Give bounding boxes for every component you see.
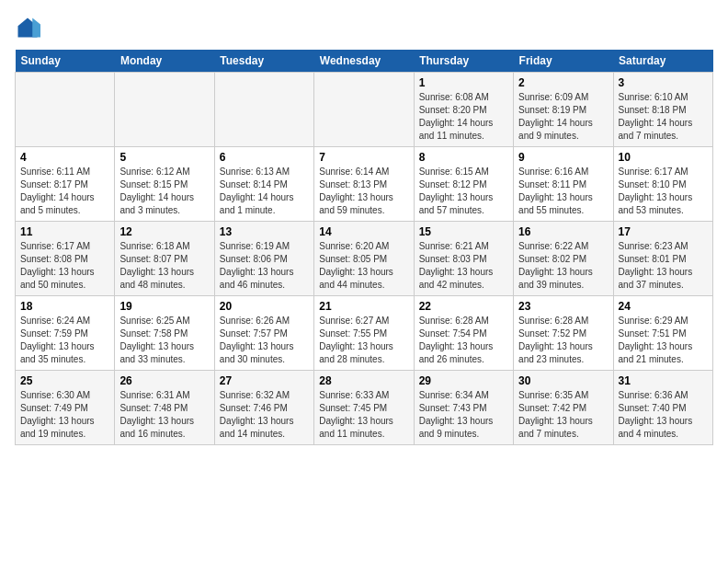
calendar-cell: 23Sunrise: 6:28 AM Sunset: 7:52 PM Dayli… [514, 296, 613, 371]
day-of-week-monday: Monday [115, 50, 214, 73]
day-number: 9 [518, 151, 608, 164]
day-info: Sunrise: 6:33 AM Sunset: 7:45 PM Dayligh… [319, 389, 408, 441]
day-info: Sunrise: 6:11 AM Sunset: 8:17 PM Dayligh… [20, 166, 109, 217]
calendar-cell: 8Sunrise: 6:15 AM Sunset: 8:12 PM Daylig… [414, 147, 513, 222]
day-number: 3 [619, 76, 708, 89]
calendar-cell: 31Sunrise: 6:36 AM Sunset: 7:40 PM Dayli… [613, 371, 712, 445]
calendar-table: SundayMondayTuesdayWednesdayThursdayFrid… [15, 50, 713, 445]
day-number: 12 [119, 225, 209, 238]
day-number: 2 [518, 76, 608, 89]
day-info: Sunrise: 6:30 AM Sunset: 7:49 PM Dayligh… [20, 389, 109, 441]
calendar-cell [314, 73, 414, 147]
day-of-week-thursday: Thursday [414, 50, 513, 73]
day-info: Sunrise: 6:29 AM Sunset: 7:51 PM Dayligh… [619, 315, 708, 366]
day-info: Sunrise: 6:17 AM Sunset: 8:10 PM Dayligh… [619, 166, 708, 217]
calendar-cell: 27Sunrise: 6:32 AM Sunset: 7:46 PM Dayli… [214, 371, 313, 445]
day-info: Sunrise: 6:08 AM Sunset: 8:20 PM Dayligh… [419, 91, 508, 143]
day-number: 28 [319, 374, 408, 387]
calendar-cell: 3Sunrise: 6:10 AM Sunset: 8:18 PM Daylig… [613, 73, 712, 147]
calendar-cell: 24Sunrise: 6:29 AM Sunset: 7:51 PM Dayli… [613, 296, 712, 371]
calendar-cell: 12Sunrise: 6:18 AM Sunset: 8:07 PM Dayli… [115, 222, 214, 296]
day-number: 25 [20, 374, 109, 387]
day-number: 1 [419, 76, 508, 89]
day-info: Sunrise: 6:34 AM Sunset: 7:43 PM Dayligh… [419, 389, 508, 441]
day-info: Sunrise: 6:31 AM Sunset: 7:48 PM Dayligh… [119, 389, 209, 441]
day-info: Sunrise: 6:14 AM Sunset: 8:13 PM Dayligh… [319, 166, 408, 217]
calendar-cell: 6Sunrise: 6:13 AM Sunset: 8:14 PM Daylig… [214, 147, 313, 222]
day-info: Sunrise: 6:24 AM Sunset: 7:59 PM Dayligh… [20, 315, 109, 366]
day-info: Sunrise: 6:15 AM Sunset: 8:12 PM Dayligh… [419, 166, 508, 217]
calendar-cell: 20Sunrise: 6:26 AM Sunset: 7:57 PM Dayli… [214, 296, 313, 371]
calendar-cell: 9Sunrise: 6:16 AM Sunset: 8:11 PM Daylig… [514, 147, 613, 222]
calendar-cell: 28Sunrise: 6:33 AM Sunset: 7:45 PM Dayli… [314, 371, 414, 445]
day-number: 22 [419, 300, 508, 313]
page-header [15, 15, 713, 40]
calendar-cell: 17Sunrise: 6:23 AM Sunset: 8:01 PM Dayli… [613, 222, 712, 296]
day-number: 29 [419, 374, 508, 387]
day-number: 16 [518, 225, 608, 238]
day-info: Sunrise: 6:21 AM Sunset: 8:03 PM Dayligh… [419, 240, 508, 292]
week-row-3: 11Sunrise: 6:17 AM Sunset: 8:08 PM Dayli… [16, 222, 713, 296]
day-info: Sunrise: 6:28 AM Sunset: 7:52 PM Dayligh… [518, 315, 608, 366]
calendar-body: 1Sunrise: 6:08 AM Sunset: 8:20 PM Daylig… [16, 73, 713, 445]
calendar-cell: 11Sunrise: 6:17 AM Sunset: 8:08 PM Dayli… [16, 222, 115, 296]
calendar-cell: 7Sunrise: 6:14 AM Sunset: 8:13 PM Daylig… [314, 147, 414, 222]
day-number: 21 [319, 300, 408, 313]
day-number: 15 [419, 225, 508, 238]
calendar-cell: 26Sunrise: 6:31 AM Sunset: 7:48 PM Dayli… [115, 371, 214, 445]
calendar-cell: 30Sunrise: 6:35 AM Sunset: 7:42 PM Dayli… [514, 371, 613, 445]
day-of-week-saturday: Saturday [613, 50, 712, 73]
day-info: Sunrise: 6:18 AM Sunset: 8:07 PM Dayligh… [119, 240, 209, 292]
day-number: 20 [220, 300, 309, 313]
logo [15, 15, 44, 40]
calendar-cell: 18Sunrise: 6:24 AM Sunset: 7:59 PM Dayli… [16, 296, 115, 371]
day-info: Sunrise: 6:23 AM Sunset: 8:01 PM Dayligh… [619, 240, 708, 292]
calendar-cell: 25Sunrise: 6:30 AM Sunset: 7:49 PM Dayli… [16, 371, 115, 445]
week-row-5: 25Sunrise: 6:30 AM Sunset: 7:49 PM Dayli… [16, 371, 713, 445]
day-info: Sunrise: 6:12 AM Sunset: 8:15 PM Dayligh… [119, 166, 209, 217]
day-number: 6 [220, 151, 309, 164]
day-info: Sunrise: 6:17 AM Sunset: 8:08 PM Dayligh… [20, 240, 109, 292]
day-info: Sunrise: 6:20 AM Sunset: 8:05 PM Dayligh… [319, 240, 408, 292]
calendar-cell: 14Sunrise: 6:20 AM Sunset: 8:05 PM Dayli… [314, 222, 414, 296]
week-row-4: 18Sunrise: 6:24 AM Sunset: 7:59 PM Dayli… [16, 296, 713, 371]
calendar-cell: 16Sunrise: 6:22 AM Sunset: 8:02 PM Dayli… [514, 222, 613, 296]
day-of-week-friday: Friday [514, 50, 613, 73]
day-number: 17 [619, 225, 708, 238]
calendar-cell: 29Sunrise: 6:34 AM Sunset: 7:43 PM Dayli… [414, 371, 513, 445]
day-number: 13 [220, 225, 309, 238]
day-number: 30 [518, 374, 608, 387]
calendar-cell: 19Sunrise: 6:25 AM Sunset: 7:58 PM Dayli… [115, 296, 214, 371]
calendar-cell [115, 73, 214, 147]
calendar-cell: 1Sunrise: 6:08 AM Sunset: 8:20 PM Daylig… [414, 73, 513, 147]
day-number: 23 [518, 300, 608, 313]
calendar-cell: 10Sunrise: 6:17 AM Sunset: 8:10 PM Dayli… [613, 147, 712, 222]
calendar-cell: 22Sunrise: 6:28 AM Sunset: 7:54 PM Dayli… [414, 296, 513, 371]
day-info: Sunrise: 6:22 AM Sunset: 8:02 PM Dayligh… [518, 240, 608, 292]
day-info: Sunrise: 6:27 AM Sunset: 7:55 PM Dayligh… [319, 315, 408, 366]
calendar-cell: 2Sunrise: 6:09 AM Sunset: 8:19 PM Daylig… [514, 73, 613, 147]
day-number: 18 [20, 300, 109, 313]
calendar-cell: 15Sunrise: 6:21 AM Sunset: 8:03 PM Dayli… [414, 222, 513, 296]
day-info: Sunrise: 6:28 AM Sunset: 7:54 PM Dayligh… [419, 315, 508, 366]
week-row-2: 4Sunrise: 6:11 AM Sunset: 8:17 PM Daylig… [16, 147, 713, 222]
day-number: 10 [619, 151, 708, 164]
day-number: 14 [319, 225, 408, 238]
day-info: Sunrise: 6:13 AM Sunset: 8:14 PM Dayligh… [220, 166, 309, 217]
calendar-header: SundayMondayTuesdayWednesdayThursdayFrid… [16, 50, 713, 73]
day-of-week-sunday: Sunday [16, 50, 115, 73]
calendar-cell: 4Sunrise: 6:11 AM Sunset: 8:17 PM Daylig… [16, 147, 115, 222]
day-info: Sunrise: 6:26 AM Sunset: 7:57 PM Dayligh… [220, 315, 309, 366]
day-number: 7 [319, 151, 408, 164]
day-number: 26 [119, 374, 209, 387]
day-info: Sunrise: 6:36 AM Sunset: 7:40 PM Dayligh… [619, 389, 708, 441]
day-number: 31 [619, 374, 708, 387]
calendar-cell: 5Sunrise: 6:12 AM Sunset: 8:15 PM Daylig… [115, 147, 214, 222]
day-info: Sunrise: 6:35 AM Sunset: 7:42 PM Dayligh… [518, 389, 608, 441]
day-number: 24 [619, 300, 708, 313]
days-of-week-row: SundayMondayTuesdayWednesdayThursdayFrid… [16, 50, 713, 73]
day-info: Sunrise: 6:09 AM Sunset: 8:19 PM Dayligh… [518, 91, 608, 143]
day-number: 27 [220, 374, 309, 387]
day-number: 4 [20, 151, 109, 164]
day-number: 19 [119, 300, 209, 313]
